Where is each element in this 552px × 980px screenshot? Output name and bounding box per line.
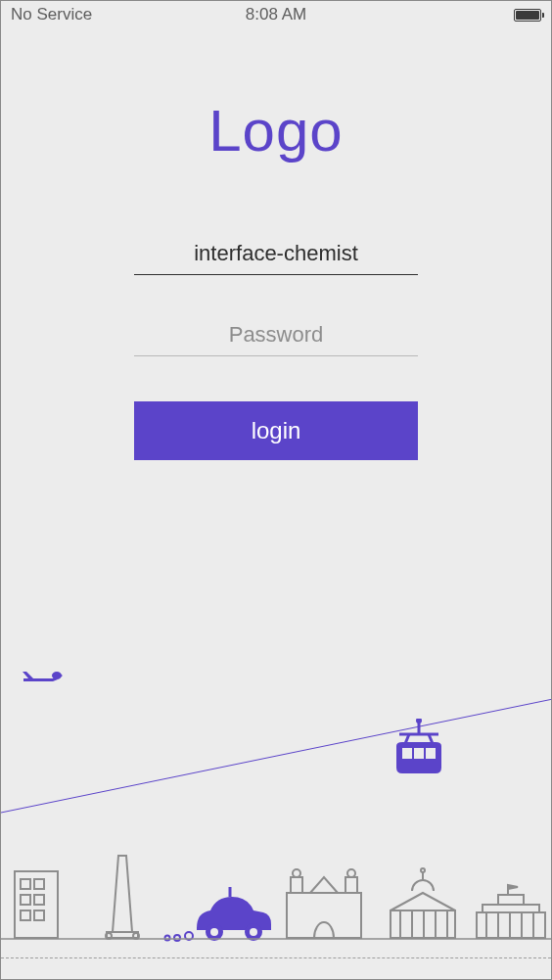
svg-rect-36: [483, 905, 539, 912]
illustration: [1, 646, 551, 979]
password-field[interactable]: [134, 314, 418, 356]
car-icon: [165, 887, 272, 941]
battery-icon: [514, 9, 541, 22]
svg-rect-7: [414, 748, 424, 759]
svg-rect-15: [34, 910, 44, 920]
svg-rect-10: [21, 879, 30, 889]
svg-point-21: [347, 869, 355, 877]
status-carrier: No Service: [11, 5, 188, 24]
svg-line-0: [1, 699, 552, 813]
svg-rect-6: [402, 748, 412, 759]
status-bar: No Service 8:08 AM: [1, 1, 551, 28]
government-building: [477, 885, 545, 938]
status-time: 8:08 AM: [188, 5, 365, 24]
svg-rect-8: [426, 748, 436, 759]
svg-point-29: [421, 868, 425, 872]
office-building: [15, 871, 58, 938]
svg-point-20: [293, 869, 300, 877]
login-form: login: [134, 233, 418, 460]
svg-rect-19: [287, 893, 361, 938]
svg-rect-37: [498, 895, 524, 905]
cablecar-icon: [385, 719, 453, 787]
road: [1, 936, 551, 979]
username-field[interactable]: [134, 233, 418, 275]
svg-point-2: [416, 719, 422, 723]
monument: [106, 856, 139, 939]
app-logo: Logo: [1, 97, 551, 164]
plane-icon: [19, 664, 68, 693]
skyline: [1, 838, 552, 946]
svg-point-40: [210, 928, 218, 936]
login-screen: No Service 8:08 AM Logo login: [0, 0, 552, 980]
svg-point-42: [250, 928, 257, 936]
capitol-building: [391, 868, 455, 938]
svg-rect-11: [34, 879, 44, 889]
svg-rect-12: [21, 895, 30, 905]
login-button[interactable]: login: [134, 401, 418, 460]
fort-building: [287, 869, 361, 938]
svg-rect-13: [34, 895, 44, 905]
svg-rect-14: [21, 910, 30, 920]
